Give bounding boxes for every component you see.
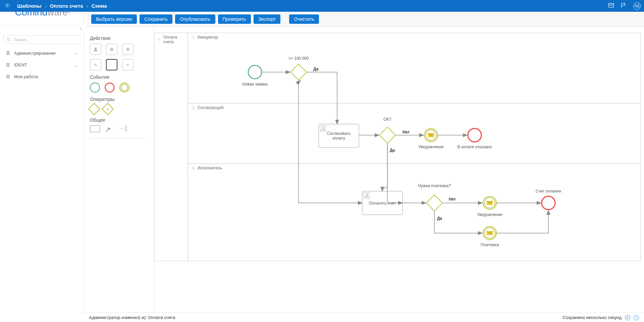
g3-label: Нужна платежка? [418,183,451,188]
palette-timer-event[interactable] [119,83,129,93]
diagram-canvas[interactable]: Оплата счета Инициатор Согласующий Испол… [154,27,644,313]
breadcrumb: Шаблоны › Оплата счета › Схема [17,3,107,9]
chevron-right-icon: › [45,3,47,9]
edge-label-no3: Нет [449,197,456,202]
nav-label: Администрирование [14,51,56,56]
task-pay-label: Оплатить счет [369,201,396,206]
palette-end-event[interactable] [105,83,115,93]
palette: ☰ Действия ⚙ ✲ ∿ + События Операторы + О… [84,27,154,313]
lane-executor[interactable]: Исполнитель [198,166,222,170]
svg-rect-4 [154,33,188,261]
avatar[interactable]: АД [633,2,641,10]
zoom-in-button[interactable]: + [625,315,630,320]
svg-rect-1 [609,3,614,7]
export-button[interactable]: Экспорт [254,14,281,24]
edge-label-yes2: Да [390,148,395,153]
svg-rect-15 [320,125,326,131]
end-paid-label: Счет оплачен [536,189,561,194]
save-button[interactable]: Сохранить [140,14,172,24]
zoom-out-button[interactable]: − [634,315,639,320]
palette-subprocess[interactable] [106,59,117,70]
svg-point-0 [7,5,8,6]
check-button[interactable]: Проверить [218,14,251,24]
start-label: Новая заявка [242,82,268,87]
search-input[interactable]: Поиск... [3,35,80,44]
chevron-right-icon: › [87,3,88,9]
nav-ident[interactable]: ☰ IDENT ⌄ [0,59,84,71]
notify1-label: Уведомление [418,145,444,149]
svg-rect-23 [364,193,370,199]
svg-point-3 [95,48,96,49]
palette-service-task[interactable]: ✲ [122,44,133,55]
g2-label: OK? [383,117,391,122]
palette-parallel-gateway[interactable]: + [102,103,114,115]
palette-sequence-flow[interactable]: ↗ [105,125,115,134]
publish-button[interactable]: Опубликовать [175,14,215,24]
palette-script-task[interactable]: ⚙ [106,44,117,55]
node-task-approve[interactable]: Согласоватьоплату [319,124,359,148]
svg-point-21 [468,128,481,142]
palette-section-actions: Действия [90,36,148,41]
bpmn-svg: Оплата счета Инициатор Согласующий Испол… [154,27,644,313]
footer-saved: Сохранено несколько секунд [563,315,622,320]
mail-icon[interactable] [608,2,614,10]
palette-start-event[interactable] [90,83,100,93]
svg-point-2 [7,38,9,40]
palette-section-general: Общее [90,117,148,123]
chevron-down-icon: ⌄ [74,62,77,67]
crumb-templates[interactable]: Шаблоны [17,3,42,9]
flag-icon[interactable] [621,2,627,10]
svg-rect-10 [188,164,641,261]
svg-point-11 [193,167,194,169]
palette-section-events: События [90,74,148,80]
end-reject-label: В оплате отказано [458,145,492,149]
palette-wave-task[interactable]: ∿ [90,59,101,70]
edge-label-yes1: Да [313,67,319,71]
pool-label[interactable]: Оплата счета [163,35,185,44]
sidebar: Поиск... ☰ Администрирование ⌄ ☰ IDENT ⌄… [0,32,84,313]
footer-status: Администратор изменил(-а): Оплата счета [89,315,175,320]
palette-add-task[interactable]: + [122,59,133,70]
lane-approver[interactable]: Согласующий [198,105,223,110]
menu-icon: ☰ [6,74,10,79]
svg-point-9 [193,107,194,108]
notify2-label: Уведомление [477,212,502,217]
header: Шаблоны › Оплата счета › Схема АД [0,0,644,12]
svg-point-12 [248,65,262,79]
search-placeholder: Поиск... [14,37,30,42]
palette-user-task[interactable] [90,44,101,55]
nav-admin[interactable]: ☰ Администрирование ⌄ [0,47,84,59]
palette-pool[interactable] [90,125,100,132]
svg-point-7 [193,37,194,38]
select-version-button[interactable]: Выбрать версию [91,14,137,24]
nav-mywork[interactable]: ☰ Моя работа [0,71,84,83]
gear-icon[interactable] [4,2,10,9]
footer: Администратор изменил(-а): Оплата счета … [84,313,644,322]
palette-exclusive-gateway[interactable] [88,103,101,115]
svg-point-31 [542,196,555,210]
svg-point-5 [159,39,160,40]
lane-initiator[interactable]: Инициатор [198,35,218,40]
edge-label-no2: Нет [402,130,410,135]
crumb-template[interactable]: Оплата счета [50,3,83,9]
nav-label: IDENT [14,62,27,67]
chevron-down-icon: ⌄ [74,51,77,56]
palette-annotation[interactable]: ··· [ [119,125,127,134]
edge-label-yes3: Да [437,216,442,221]
payslip-label: Платежка [481,243,499,247]
menu-icon: ☰ [6,51,10,56]
clear-button[interactable]: Очистить [289,14,319,24]
collapse-sidebar-icon[interactable]: ‹ [78,25,84,31]
palette-section-operators: Операторы [90,97,148,102]
menu-icon: ☰ [6,62,10,67]
nav-label: Моя работа [14,74,38,79]
toolbar: Выбрать версию Сохранить Опубликовать Пр… [87,12,644,27]
g1-label: >= 100 000 [288,56,309,61]
crumb-scheme[interactable]: Схема [92,3,107,9]
